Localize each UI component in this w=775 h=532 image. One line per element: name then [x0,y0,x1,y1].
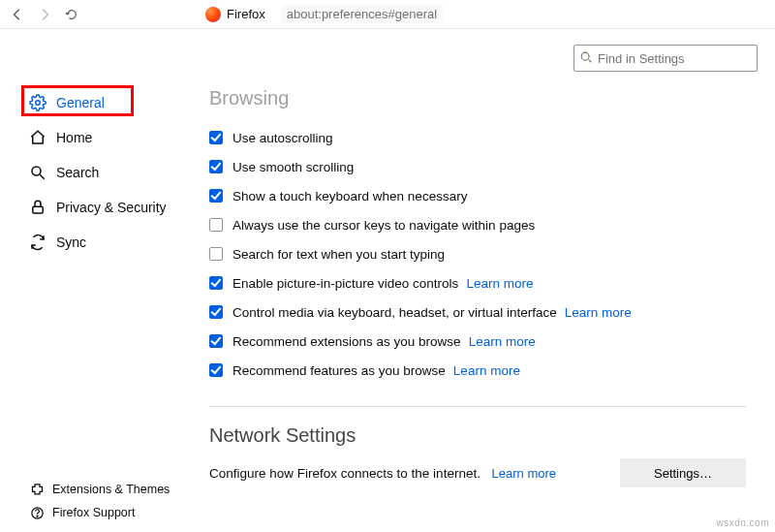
sidebar-item-home[interactable]: Home [21,122,194,153]
learn-more-link[interactable]: Learn more [453,363,520,378]
checkbox-label: Use smooth scrolling [232,160,354,174]
section-divider [209,406,746,407]
sidebar: General Home Search Privacy & Security S [0,29,194,532]
firefox-support-link[interactable]: Firefox Support [29,505,170,520]
firefox-icon [205,7,221,22]
sidebar-item-privacy[interactable]: Privacy & Security [21,192,194,223]
browsing-option-row: Control media via keyboard, headset, or … [209,297,746,327]
page: General Home Search Privacy & Security S [0,29,775,532]
home-icon [29,129,46,146]
sidebar-item-label: Privacy & Security [56,200,167,215]
learn-more-link[interactable]: Learn more [466,276,533,291]
sidebar-item-sync[interactable]: Sync [21,227,194,258]
gear-icon [29,94,46,111]
browsing-option-row: Recommend features as you browseLearn mo… [209,356,746,385]
svg-rect-5 [33,206,44,213]
address-url: about:preferences#general [281,5,443,23]
checkbox[interactable] [209,276,223,290]
learn-more-link[interactable]: Learn more [565,305,632,320]
checkbox-label: Recommend features as you browse [232,363,446,378]
sidebar-item-label: Sync [56,235,86,250]
sidebar-bottom-label: Firefox Support [52,506,135,519]
back-button[interactable] [8,5,27,24]
sidebar-item-general[interactable]: General [21,87,194,118]
checkbox[interactable] [209,334,223,348]
checkbox[interactable] [209,189,223,203]
reload-button[interactable] [62,5,81,24]
sidebar-item-label: Search [56,165,99,180]
network-learn-more-link[interactable]: Learn more [492,466,556,481]
learn-more-link[interactable]: Learn more [469,334,536,349]
network-row: Configure how Firefox connects to the in… [209,458,746,487]
checkbox-label: Always use the cursor keys to navigate w… [232,218,535,233]
network-section-title: Network Settings [209,424,746,447]
browsing-option-row: Use autoscrolling [209,123,746,152]
checkbox[interactable] [209,218,223,232]
lock-icon [29,199,46,216]
extensions-themes-link[interactable]: Extensions & Themes [29,482,170,497]
browsing-option-row: Always use the cursor keys to navigate w… [209,210,746,239]
browsing-section-title: Browsing [209,87,746,110]
sidebar-item-label: General [56,95,105,110]
checkbox[interactable] [209,131,223,144]
checkbox-label: Enable picture-in-picture video controls [232,276,458,291]
browsing-option-row: Recommend extensions as you browseLearn … [209,327,746,356]
sidebar-item-label: Home [56,130,92,145]
browsing-option-row: Show a touch keyboard when necessary [209,181,746,210]
browsing-option-row: Enable picture-in-picture video controls… [209,268,746,297]
network-settings-button[interactable]: Settings… [620,458,746,487]
browsing-options: Use autoscrollingUse smooth scrollingSho… [209,123,746,385]
svg-line-4 [40,174,45,179]
checkbox-label: Use autoscrolling [232,131,333,145]
puzzle-icon [29,482,45,497]
address-bar[interactable]: Firefox about:preferences#general [205,5,443,23]
network-description: Configure how Firefox connects to the in… [209,466,480,481]
svg-point-3 [32,167,41,175]
checkbox-label: Show a touch keyboard when necessary [232,189,467,203]
forward-button[interactable] [35,5,54,24]
watermark: wsxdn.com [716,517,769,528]
browsing-option-row: Use smooth scrolling [209,152,746,181]
checkbox-label: Recommend extensions as you browse [232,334,461,349]
address-app-label: Firefox [227,7,265,21]
question-icon [29,505,45,520]
checkbox[interactable] [209,363,223,377]
content: Browsing Use autoscrollingUse smooth scr… [194,29,775,532]
svg-point-7 [37,516,38,516]
svg-point-2 [36,101,41,106]
checkbox-label: Control media via keyboard, headset, or … [232,305,557,320]
checkbox[interactable] [209,247,223,261]
sidebar-item-search[interactable]: Search [21,157,194,188]
magnifier-icon [29,164,46,181]
browsing-option-row: Search for text when you start typing [209,239,746,268]
sidebar-bottom: Extensions & Themes Firefox Support [29,482,170,520]
sync-icon [29,234,46,251]
checkbox[interactable] [209,160,223,173]
checkbox[interactable] [209,305,223,319]
checkbox-label: Search for text when you start typing [232,247,445,262]
browser-toolbar: Firefox about:preferences#general [0,0,775,29]
sidebar-bottom-label: Extensions & Themes [52,483,170,496]
